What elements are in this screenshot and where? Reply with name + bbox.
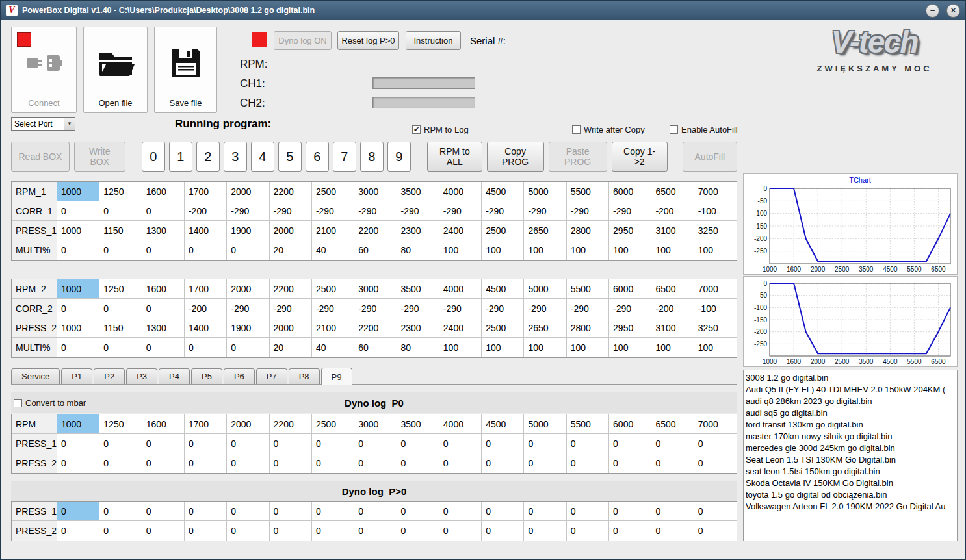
table-cell[interactable]: 2500 — [312, 279, 354, 299]
table-cell[interactable]: 2300 — [397, 221, 439, 240]
table-cell[interactable]: 4000 — [439, 279, 482, 299]
table-cell[interactable]: 0 — [227, 521, 269, 541]
table-cell[interactable]: 100 — [567, 240, 609, 260]
table-cell[interactable]: -200 — [651, 201, 694, 221]
table-cell[interactable]: 100 — [567, 338, 609, 357]
table-cell[interactable]: 2500 — [312, 414, 354, 434]
table-cell[interactable]: 60 — [354, 338, 397, 357]
close-button[interactable]: ✕ — [946, 4, 960, 18]
table-cell[interactable]: 0 — [270, 434, 312, 453]
file-list-item[interactable]: Volkswagen Arteon FL 2.0 190KM 2022 Go D… — [746, 501, 957, 513]
tab-service[interactable]: Service — [11, 368, 60, 384]
table-cell[interactable]: -290 — [227, 299, 269, 318]
table-cell[interactable]: 0 — [99, 434, 142, 453]
table-cell[interactable]: 1900 — [227, 221, 269, 240]
table-cell[interactable]: 0 — [397, 453, 439, 473]
table-cell[interactable]: 0 — [227, 434, 269, 453]
table-cell[interactable]: 0 — [99, 240, 142, 260]
table-cell[interactable]: 0 — [567, 521, 609, 541]
table-cell[interactable]: 2000 — [227, 279, 269, 299]
table-cell[interactable]: 20 — [270, 338, 312, 357]
table-cell[interactable]: 0 — [185, 453, 227, 473]
digit-button-6[interactable]: 6 — [306, 142, 329, 172]
table-cell[interactable]: -290 — [354, 299, 397, 318]
table-cell[interactable]: 3250 — [694, 221, 737, 240]
table-cell[interactable]: 0 — [609, 502, 651, 521]
table-cell[interactable]: 100 — [651, 338, 694, 357]
table-cell[interactable]: 5000 — [524, 414, 566, 434]
table-cell[interactable]: 0 — [439, 521, 482, 541]
table-cell[interactable]: 20 — [270, 240, 312, 260]
table-cell[interactable]: 0 — [609, 434, 651, 453]
table-cell[interactable]: 100 — [694, 240, 737, 260]
table-cell[interactable]: 1000 — [57, 221, 99, 240]
table-cell[interactable]: 1000 — [57, 414, 99, 434]
table-cell[interactable]: 2950 — [609, 318, 651, 338]
table-cell[interactable]: 0 — [651, 453, 694, 473]
table-cell[interactable]: 0 — [482, 502, 524, 521]
table-cell[interactable]: 1000 — [57, 182, 99, 201]
table-cell[interactable]: 1250 — [99, 279, 142, 299]
table-cell[interactable]: 4500 — [482, 414, 524, 434]
table-cell[interactable]: 0 — [99, 299, 142, 318]
table-cell[interactable]: 100 — [524, 338, 566, 357]
table-cell[interactable]: 1300 — [142, 221, 185, 240]
table-cell[interactable]: 2500 — [312, 182, 354, 201]
table-cell[interactable]: 1700 — [185, 279, 227, 299]
table-cell[interactable]: 0 — [354, 453, 397, 473]
table-cell[interactable]: 2300 — [397, 318, 439, 338]
tab-p4[interactable]: P4 — [159, 368, 190, 384]
table-cell[interactable]: 100 — [439, 338, 482, 357]
table-cell[interactable]: 80 — [397, 338, 439, 357]
table-cell[interactable]: -290 — [524, 299, 566, 318]
table-cell[interactable]: 0 — [227, 453, 269, 473]
digit-button-7[interactable]: 7 — [333, 142, 356, 172]
table-cell[interactable]: 2100 — [312, 318, 354, 338]
write-after-copy-checkbox[interactable]: Write after Copy — [572, 125, 645, 134]
file-list-item[interactable]: seat leon 1.5tsi 150km go digital.bin — [746, 466, 957, 477]
table-cell[interactable]: 0 — [270, 521, 312, 541]
table-cell[interactable]: 0 — [185, 240, 227, 260]
table-cell[interactable]: 0 — [142, 453, 185, 473]
table-cell[interactable]: 3000 — [354, 279, 397, 299]
digit-button-8[interactable]: 8 — [360, 142, 384, 172]
table-cell[interactable]: 0 — [482, 434, 524, 453]
minimize-button[interactable]: – — [926, 4, 939, 18]
table-cell[interactable]: 5000 — [524, 182, 566, 201]
table-cell[interactable]: -290 — [227, 201, 269, 221]
table-cell[interactable]: 1400 — [185, 318, 227, 338]
table-cell[interactable]: 0 — [397, 502, 439, 521]
checkbox-box[interactable]: ✔ — [412, 125, 421, 134]
checkbox-box[interactable] — [14, 399, 22, 407]
digit-button-2[interactable]: 2 — [196, 142, 220, 172]
table-cell[interactable]: 5500 — [567, 182, 609, 201]
save-file-button[interactable]: Save file — [154, 27, 217, 113]
table-cell[interactable]: 1250 — [99, 414, 142, 434]
table-cell[interactable]: 1300 — [142, 318, 185, 338]
tab-p7[interactable]: P7 — [256, 368, 287, 384]
table-cell[interactable]: 5500 — [567, 414, 609, 434]
table-cell[interactable]: 80 — [397, 240, 439, 260]
connect-button[interactable]: Connect — [11, 27, 77, 113]
table-cell[interactable]: 0 — [270, 453, 312, 473]
table-cell[interactable]: 40 — [312, 338, 354, 357]
table-cell[interactable]: 100 — [524, 240, 566, 260]
table-cell[interactable]: 0 — [482, 521, 524, 541]
table-cell[interactable]: 2200 — [354, 318, 397, 338]
table-cell[interactable]: 0 — [142, 201, 185, 221]
table-cell[interactable]: 0 — [312, 502, 354, 521]
table-cell[interactable]: 2500 — [482, 221, 524, 240]
digit-button-4[interactable]: 4 — [251, 142, 274, 172]
table-cell[interactable]: 1150 — [99, 318, 142, 338]
table-cell[interactable]: -290 — [439, 201, 482, 221]
tab-p6[interactable]: P6 — [224, 368, 255, 384]
table-cell[interactable]: 1700 — [185, 414, 227, 434]
table-cell[interactable]: 2800 — [567, 318, 609, 338]
table-cell[interactable]: -290 — [397, 201, 439, 221]
table-cell[interactable]: 0 — [185, 521, 227, 541]
table-cell[interactable]: 1000 — [57, 279, 99, 299]
table-cell[interactable]: 100 — [439, 240, 482, 260]
table-cell[interactable]: 7000 — [694, 414, 737, 434]
table-cell[interactable]: 2000 — [227, 182, 269, 201]
table-cell[interactable]: 3000 — [354, 414, 397, 434]
